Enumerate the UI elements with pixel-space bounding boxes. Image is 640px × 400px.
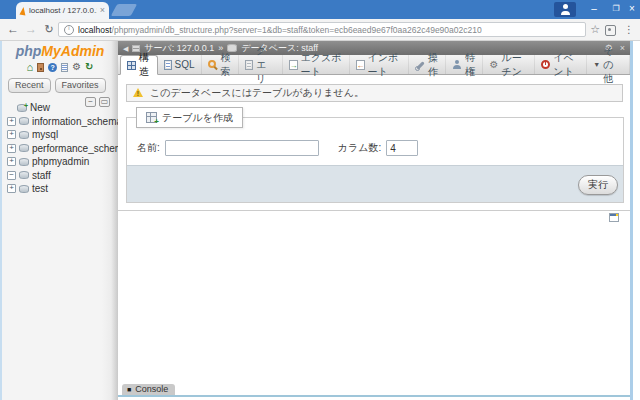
browser-menu-icon[interactable]: ⋮ — [624, 19, 634, 40]
tab-label: インポート — [368, 51, 402, 79]
browser-toolbar: ← → ↻ localhost/phpmyadmin/db_structure.… — [0, 19, 640, 41]
help-icon[interactable] — [48, 63, 57, 72]
table-name-input[interactable] — [165, 140, 319, 156]
database-icon — [19, 144, 29, 152]
main-content: ◀ サーバ: 127.0.0.1 » データベース: staff ⚙ × 構造 … — [118, 41, 630, 397]
sql-window-icon[interactable] — [61, 63, 68, 72]
tab-privileges[interactable]: 特権 — [446, 55, 483, 74]
profile-icon[interactable] — [554, 2, 576, 17]
database-icon — [19, 185, 29, 193]
tree-item-information-schema[interactable]: + information_schema — [7, 115, 116, 129]
tree-item-performance-schema[interactable]: + performance_schema — [7, 142, 116, 156]
expand-icon[interactable]: + — [7, 184, 16, 193]
operations-icon — [415, 60, 425, 70]
tab-structure[interactable]: 構造 — [120, 55, 158, 75]
bookmark-star-icon[interactable]: ☆ — [590, 19, 600, 40]
forward-icon[interactable]: → — [23, 19, 39, 40]
page-info-icon[interactable] — [64, 25, 74, 35]
reload-icon[interactable]: ↻ — [41, 19, 57, 40]
tab-routines[interactable]: ⚙ ルーチン — [483, 55, 535, 74]
create-table-form: 名前: カラム数: 実行 — [126, 117, 624, 203]
tab-close-icon[interactable]: × — [100, 6, 105, 15]
expand-icon[interactable]: + — [7, 157, 16, 166]
settings-gear-icon[interactable]: ⚙ — [72, 62, 81, 72]
tree-label: mysql — [32, 129, 58, 140]
events-icon — [541, 60, 550, 69]
tab-sql[interactable]: SQL — [158, 55, 202, 74]
tab-label: エクスポート — [301, 51, 343, 79]
navigation-quick-icons: ⌂ ⚙ ↻ — [2, 61, 118, 73]
tree-label: performance_schema — [32, 143, 129, 154]
go-button[interactable]: 実行 — [578, 175, 618, 195]
favorites-button[interactable]: Favorites — [55, 78, 106, 93]
tab-query[interactable]: クエリ — [239, 55, 283, 74]
sql-icon — [164, 60, 172, 70]
refresh-panel-icon[interactable]: ↻ — [85, 62, 93, 72]
columns-count-input[interactable] — [386, 140, 418, 156]
tab-label: その他 — [603, 44, 623, 86]
import-icon — [356, 60, 365, 70]
breadcrumb-server[interactable]: サーバ: 127.0.0.1 — [144, 44, 214, 53]
window-maximize-button[interactable]: ❐ — [606, 0, 626, 19]
new-tab-button[interactable] — [111, 4, 137, 16]
routines-icon: ⚙ — [489, 60, 498, 70]
window-close-button[interactable]: × — [624, 0, 640, 19]
tab-label: イベント — [553, 51, 580, 79]
tab-search[interactable]: 検索 — [202, 55, 239, 74]
tree-item-mysql[interactable]: + mysql — [7, 128, 116, 142]
query-icon — [245, 60, 253, 70]
structure-icon — [127, 61, 136, 70]
database-icon — [19, 171, 29, 179]
back-icon[interactable]: ← — [5, 19, 21, 40]
export-icon — [289, 60, 298, 70]
tab-label: ルーチン — [501, 51, 528, 79]
tab-label: 検索 — [221, 51, 232, 79]
home-icon[interactable]: ⌂ — [26, 62, 33, 73]
create-table-legend: テーブルを作成 — [136, 107, 243, 128]
browser-tab[interactable]: localhost / 127.0.0.1 / sta × — [16, 2, 109, 19]
database-tree: New + information_schema + mysql + perfo… — [7, 101, 116, 196]
address-bar[interactable]: localhost/phpmyadmin/db_structure.php?se… — [58, 22, 586, 37]
table-name-label: 名前: — [137, 141, 160, 155]
recent-button[interactable]: Recent — [8, 78, 51, 93]
create-table-legend-text: テーブルを作成 — [162, 111, 233, 125]
privileges-icon — [452, 60, 462, 70]
collapse-navigation-icon[interactable]: ◀ — [123, 44, 128, 53]
tab-label: 特権 — [465, 51, 476, 79]
database-icon — [19, 158, 29, 166]
expand-icon[interactable]: + — [7, 130, 16, 139]
phpmyadmin-logo[interactable]: phpMyAdmin — [2, 44, 118, 59]
tree-label: test — [32, 183, 48, 194]
tab-export[interactable]: エクスポート — [283, 55, 350, 74]
tab-label: SQL — [175, 59, 195, 70]
tree-label: New — [30, 102, 50, 113]
warning-icon — [132, 88, 144, 98]
tab-operations[interactable]: 操作 — [409, 55, 446, 74]
console-label: Console — [135, 385, 168, 394]
navigation-panel: phpMyAdmin ⌂ ⚙ ↻ Recent Favorites − ▭ Ne… — [2, 41, 118, 400]
tab-events[interactable]: イベント — [535, 55, 587, 74]
warning-text: このデータベースにはテーブルがありません。 — [150, 86, 364, 100]
logo-php-text: php — [16, 43, 42, 59]
query-window-icon[interactable] — [609, 213, 619, 222]
tree-item-new[interactable]: New — [7, 101, 116, 115]
console-icon: ■ — [127, 386, 131, 393]
expand-icon[interactable]: + — [7, 144, 16, 153]
form-footer: 実行 — [127, 165, 623, 202]
search-icon — [208, 60, 218, 70]
tree-item-test[interactable]: + test — [7, 182, 116, 196]
expand-icon[interactable]: + — [7, 117, 16, 126]
tree-label: staff — [32, 170, 51, 181]
content-divider — [118, 210, 630, 211]
collapse-icon[interactable]: − — [7, 171, 16, 180]
tab-more[interactable]: ▼ その他 — [587, 55, 630, 74]
tree-item-phpmyadmin[interactable]: + phpmyadmin — [7, 155, 116, 169]
tab-label: クエリ — [256, 44, 276, 86]
tab-import[interactable]: インポート — [350, 55, 409, 74]
logo-myadmin-text: MyAdmin — [41, 43, 104, 59]
window-minimize-button[interactable]: – — [584, 0, 604, 19]
logout-icon[interactable] — [37, 63, 44, 72]
tree-item-staff[interactable]: − staff — [7, 169, 116, 183]
extension-icon[interactable] — [605, 25, 616, 36]
browser-tab-title: localhost / 127.0.0.1 / sta — [29, 6, 97, 15]
